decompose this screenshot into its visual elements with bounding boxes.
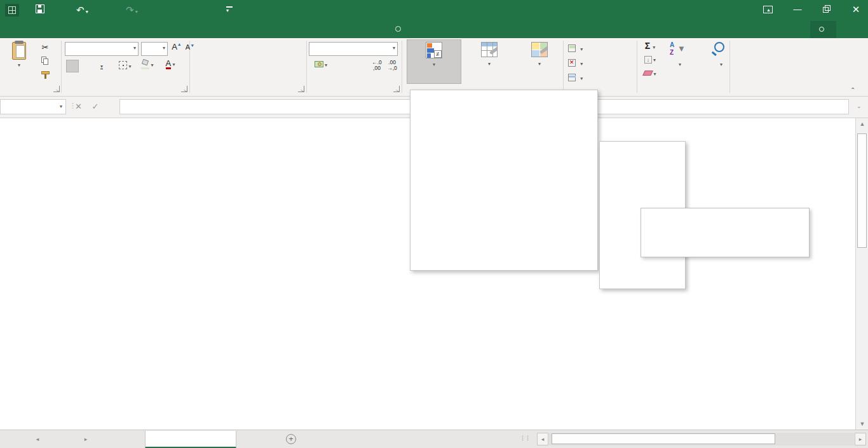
scroll-down-icon[interactable]: ▼: [856, 421, 868, 427]
shrink-font-button[interactable]: A▼: [184, 43, 196, 51]
name-box[interactable]: ▾: [0, 99, 66, 114]
fill-button[interactable]: ↓ ▾: [639, 55, 661, 64]
horizontal-scrollbar[interactable]: [549, 433, 854, 445]
restore-button[interactable]: [816, 0, 837, 19]
insert-cells-icon: [568, 44, 576, 52]
close-button[interactable]: ✕: [845, 0, 867, 19]
find-select-button[interactable]: ▾: [696, 39, 746, 84]
alignment-dialog-launcher-icon[interactable]: [298, 86, 304, 92]
ribbon-tab-bar: [0, 21, 868, 38]
cancel-formula-icon[interactable]: ✕: [75, 102, 82, 111]
vertical-scrollbar[interactable]: ▲ ▼: [855, 118, 868, 430]
italic-button[interactable]: [80, 60, 92, 72]
clipboard-icon: [12, 42, 26, 60]
sort-filter-icon: A Z ▼: [663, 41, 696, 60]
scroll-up-icon[interactable]: ▲: [856, 121, 868, 127]
redo-icon[interactable]: ↷ ▾: [126, 4, 138, 18]
tell-me-box[interactable]: [395, 21, 405, 38]
number-dialog-launcher-icon[interactable]: [393, 86, 400, 92]
tooltip: [641, 208, 810, 257]
enter-formula-icon[interactable]: ✓: [92, 102, 99, 111]
hscroll-right-icon[interactable]: ▸: [855, 433, 866, 445]
format-as-table-button[interactable]: ▾: [463, 39, 516, 84]
paste-button[interactable]: ▾: [5, 41, 33, 83]
borders-icon: [119, 61, 127, 69]
title-bar: ↶ ▾ ↷ ▾ ▾ ▲ — ✕: [0, 0, 868, 21]
accounting-format-button[interactable]: ▾: [310, 60, 332, 72]
autosum-button[interactable]: Σ ▾: [639, 41, 661, 51]
cell-styles-button[interactable]: ▾: [517, 39, 562, 84]
fill-down-icon: ↓: [644, 56, 652, 64]
copy-icon[interactable]: [36, 55, 55, 66]
comma-style-button[interactable]: [349, 60, 367, 72]
cut-button[interactable]: ✂: [36, 42, 55, 53]
save-icon[interactable]: [36, 4, 44, 13]
font-dialog-launcher-icon[interactable]: [181, 86, 187, 92]
format-cells-icon: [568, 74, 576, 81]
lightbulb-icon: [395, 26, 401, 32]
conditional-formatting-menu: [410, 90, 598, 271]
delete-cells-icon: ✕: [568, 59, 576, 67]
connexion-button[interactable]: [753, 21, 771, 38]
borders-button[interactable]: ▾: [116, 60, 135, 72]
delete-cells-button[interactable]: ✕ ▾: [568, 58, 583, 67]
format-painter-icon[interactable]: [36, 69, 55, 79]
excel-window: ↶ ▾ ↷ ▾ ▾ ▲ — ✕: [0, 0, 868, 448]
underline-button[interactable]: ▾: [93, 60, 111, 72]
app-icon: [5, 4, 19, 17]
fill-color-button[interactable]: ▾: [137, 60, 158, 72]
prev-sheet-icon[interactable]: ◂: [33, 436, 42, 442]
conditional-formatting-button[interactable]: ≠ ▾: [407, 39, 461, 84]
clear-button[interactable]: ▾: [639, 69, 661, 78]
sort-filter-button[interactable]: A Z ▼ ▾: [663, 39, 696, 84]
minimize-button[interactable]: —: [787, 0, 808, 19]
insert-cells-button[interactable]: ▾: [568, 43, 583, 52]
decrease-decimal-button[interactable]: .00→,0: [385, 60, 399, 72]
next-sheet-icon[interactable]: ▸: [81, 436, 90, 442]
increase-decimal-button[interactable]: ←.0,00: [370, 60, 384, 72]
number-format-combobox[interactable]: ▾: [309, 42, 398, 56]
expand-formula-bar-icon[interactable]: ⌄: [857, 103, 862, 109]
font-name-combobox[interactable]: ▾: [65, 42, 139, 56]
ribbon: ▾ ✂ ▾ ▾ A▲ A▼ ▾ ▾ ▾ A ▾ ▾ ▾: [0, 38, 868, 97]
font-size-combobox[interactable]: ▾: [141, 42, 168, 56]
share-person-icon: [819, 27, 824, 32]
sheet-tab-feuil1[interactable]: [145, 431, 236, 448]
undo-icon[interactable]: ↶ ▾: [76, 4, 88, 18]
collapse-ribbon-icon[interactable]: ⌃: [850, 86, 855, 93]
magnifier-icon: [696, 41, 746, 60]
horizontal-scroll-thumb[interactable]: [552, 433, 775, 444]
customize-quick-access-icon[interactable]: ▾: [226, 4, 233, 13]
partager-button[interactable]: [810, 21, 836, 38]
tab-split-handle[interactable]: ⋮⋮: [520, 435, 530, 441]
money-icon: [315, 61, 323, 67]
hscroll-left-icon[interactable]: ◂: [537, 433, 548, 445]
bold-button[interactable]: [66, 60, 79, 72]
ribbon-display-options-icon[interactable]: ▲: [757, 0, 779, 19]
font-color-button[interactable]: A ▾: [160, 58, 180, 72]
clipboard-dialog-launcher-icon[interactable]: [53, 86, 60, 92]
conditional-formatting-icon: ≠: [426, 42, 442, 58]
grow-font-button[interactable]: A▲: [170, 42, 183, 51]
vertical-scroll-thumb[interactable]: [857, 133, 867, 248]
sheet-tab-bar: ◂ ▸ + ⋮⋮ ◂ ▸: [0, 430, 868, 448]
percent-style-button[interactable]: [334, 58, 348, 72]
new-sheet-icon[interactable]: +: [286, 434, 296, 444]
format-cells-button[interactable]: ▾: [568, 72, 583, 81]
cell-styles-icon: [531, 42, 548, 57]
format-as-table-icon: [481, 42, 498, 57]
fill-color-icon: [141, 61, 149, 67]
